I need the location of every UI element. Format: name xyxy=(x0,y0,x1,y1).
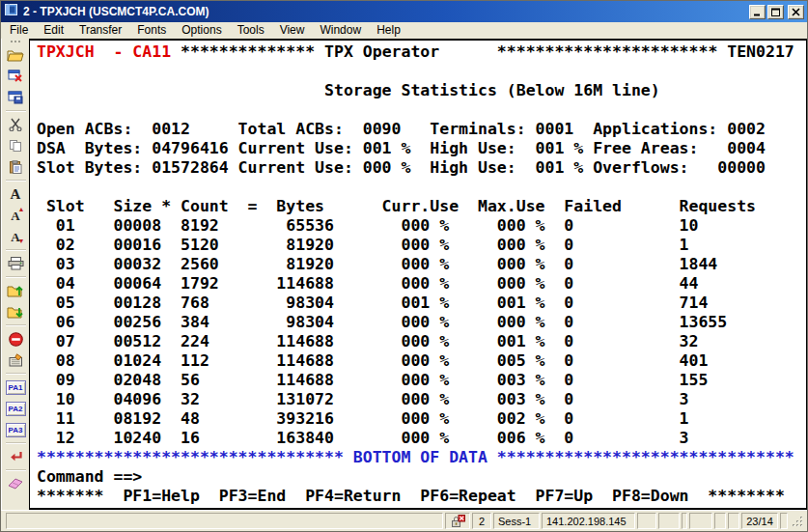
command-line: Command ==> xyxy=(37,467,806,487)
terminal-table-row: 04 00064 1792 114688 000 % 000 % 0 44 xyxy=(37,274,806,294)
menu-item-options[interactable]: Options xyxy=(174,22,229,39)
open-session-button[interactable] xyxy=(4,44,28,66)
menu-item-help[interactable]: Help xyxy=(369,22,408,39)
slot-stats-line: Slot Bytes: 01572864 Current Use: 000 % … xyxy=(37,158,806,178)
erase-button[interactable] xyxy=(4,473,28,494)
terminal-table-row: 12 10240 16 163840 000 % 006 % 0 3 xyxy=(37,429,806,448)
stop-icon xyxy=(9,332,23,347)
toolbar: A A ▲ A ▼ xyxy=(1,39,29,510)
enter-icon xyxy=(8,450,23,463)
status-empty-pane xyxy=(728,513,739,529)
close-icon xyxy=(792,8,800,16)
acb-stats-line: Open ACBs: 0012 Total ACBs: 0090 Termina… xyxy=(37,120,806,139)
pa1-button[interactable]: PA1 xyxy=(4,377,28,398)
pa3-key-icon: PA3 xyxy=(6,423,26,437)
app-icon xyxy=(5,3,18,20)
resize-grip-icon[interactable] xyxy=(791,515,804,528)
terminal-table-row: 05 00128 768 98304 001 % 001 % 0 714 xyxy=(37,294,806,313)
maximize-button[interactable] xyxy=(767,5,784,19)
toolbar-grip[interactable] xyxy=(11,41,20,42)
enter-button[interactable] xyxy=(4,446,28,467)
terminal-table-row: 11 08192 48 393216 000 % 002 % 0 1 xyxy=(37,409,806,429)
screen-title-line: TPXJCH - CA11 ************** TPX Operato… xyxy=(37,42,806,62)
menu-item-file[interactable]: File xyxy=(2,22,36,39)
toolbar-separator xyxy=(6,324,26,326)
status-security-pane xyxy=(445,513,470,529)
menu-item-fonts[interactable]: Fonts xyxy=(129,22,174,39)
terminal-table-row: 07 00512 224 114688 000 % 001 % 0 32 xyxy=(37,332,806,351)
toolbar-separator xyxy=(6,442,26,444)
minimize-icon xyxy=(753,8,762,16)
toolbar-separator xyxy=(6,276,26,278)
status-empty-pane xyxy=(682,513,687,529)
font-larger-button[interactable]: A ▲ xyxy=(4,205,28,226)
pa3-button[interactable]: PA3 xyxy=(4,419,28,440)
print-icon xyxy=(8,257,24,270)
status-empty-pane xyxy=(689,513,712,529)
save-session-button[interactable] xyxy=(4,87,28,108)
toolbar-separator xyxy=(6,180,26,182)
toolbar-separator xyxy=(6,249,26,251)
terminal-table-row: 09 02048 56 114688 000 % 003 % 0 155 xyxy=(37,371,806,390)
maximize-icon xyxy=(771,8,780,16)
status-empty-pane xyxy=(637,513,656,529)
keypad-button[interactable] xyxy=(4,350,28,371)
emulator-window: 2 - TPXJCH (USCMCT4P.CA.COM) FileEditTra… xyxy=(0,0,808,532)
pa2-key-icon: PA2 xyxy=(6,402,26,416)
close-button[interactable] xyxy=(788,5,804,19)
status-session-number: 2 xyxy=(472,513,491,529)
open-session-icon xyxy=(7,48,24,62)
terminal-table-row: 06 00256 384 98304 000 % 000 % 0 13655 xyxy=(37,313,806,332)
paste-icon xyxy=(9,160,22,174)
erase-icon xyxy=(8,478,23,490)
status-session-name: Sess-1 xyxy=(493,513,540,529)
receive-file-button[interactable] xyxy=(4,301,28,322)
font-smaller-button[interactable]: A ▼ xyxy=(4,226,28,247)
status-ip-address: 141.202.198.145 xyxy=(542,513,635,529)
status-bar: 2 Sess-1 141.202.198.145 23/14 xyxy=(1,510,807,531)
toolbar-separator xyxy=(6,373,26,375)
menu-bar: FileEditTransferFontsOptionsToolsViewWin… xyxy=(1,22,807,39)
pa2-button[interactable]: PA2 xyxy=(4,398,28,419)
bottom-of-data-line: ******************************** BOTTOM … xyxy=(37,448,806,467)
terminal-line xyxy=(37,100,806,120)
stop-button[interactable] xyxy=(4,328,28,350)
pf-keys-line: ******* PF1=Help PF3=End PF4=Return PF6=… xyxy=(37,487,806,506)
menu-item-view[interactable]: View xyxy=(272,22,313,39)
terminal-table-row: 03 00032 2560 81920 000 % 000 % 0 1844 xyxy=(37,255,806,274)
toolbar-separator xyxy=(6,469,26,471)
copy-icon xyxy=(9,139,22,153)
font-icon: A xyxy=(11,187,21,202)
copy-button[interactable] xyxy=(4,135,28,156)
status-empty-pane xyxy=(658,513,680,529)
pa1-key-icon: PA1 xyxy=(6,380,26,395)
toolbar-separator xyxy=(6,110,26,112)
cut-button[interactable] xyxy=(4,114,28,135)
menu-item-edit[interactable]: Edit xyxy=(36,22,71,39)
title-bar[interactable]: 2 - TPXJCH (USCMCT4P.CA.COM) xyxy=(1,1,807,22)
close-session-icon xyxy=(8,70,23,83)
terminal-table-row: 02 00016 5120 81920 000 % 000 % 0 1 xyxy=(37,236,806,255)
terminal-table-row: 01 00008 8192 65536 000 % 000 % 0 10 xyxy=(37,216,806,236)
terminal-screen[interactable]: TPXJCH - CA11 ************** TPX Operato… xyxy=(29,39,807,510)
status-cursor-position: 23/14 xyxy=(741,513,778,529)
menu-item-transfer[interactable]: Transfer xyxy=(71,22,129,39)
minimize-button[interactable] xyxy=(749,5,766,19)
status-empty-pane xyxy=(780,513,788,529)
lock-disabled-icon xyxy=(450,515,465,528)
paste-button[interactable] xyxy=(4,156,28,178)
close-session-button[interactable] xyxy=(4,66,28,87)
status-empty-pane xyxy=(714,513,726,529)
dsa-stats-line: DSA Bytes: 04796416 Current Use: 001 % H… xyxy=(37,139,806,158)
storage-stats-heading: Storage Statistics (Below 16M line) xyxy=(37,81,806,100)
menu-item-tools[interactable]: Tools xyxy=(230,22,272,39)
font-button[interactable]: A xyxy=(4,183,28,205)
print-button[interactable] xyxy=(4,253,28,274)
receive-file-icon xyxy=(7,305,24,319)
send-file-button[interactable] xyxy=(4,280,28,301)
menu-item-window[interactable]: Window xyxy=(312,22,369,39)
terminal-line xyxy=(37,178,806,197)
send-file-icon xyxy=(7,284,24,297)
cut-icon xyxy=(9,118,22,131)
terminal-table-row: 10 04096 32 131072 000 % 003 % 0 3 xyxy=(37,390,806,409)
